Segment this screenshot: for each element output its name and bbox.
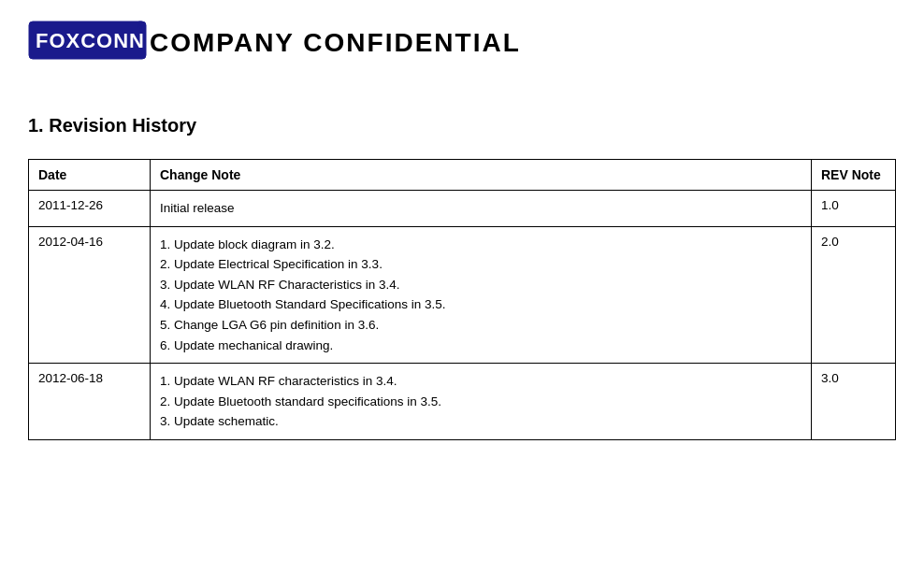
cell-change: Initial release [151,191,812,227]
col-header-rev: REV Note [812,160,896,191]
main-content: 1. Revision History Date Change Note REV… [0,78,924,459]
header-title: COMPANY CONFIDENTIAL [150,28,521,58]
table-row: 2011-12-26Initial release1.0 [29,191,896,227]
foxconn-logo: FOXCONN ® [28,17,150,68]
revision-history-table: Date Change Note REV Note 2011-12-26Init… [28,159,896,440]
cell-rev: 1.0 [812,191,896,227]
table-row: 2012-06-181. Update WLAN RF characterist… [29,364,896,440]
col-header-date: Date [29,160,151,191]
page-header: FOXCONN ® COMPANY CONFIDENTIAL [0,0,924,78]
col-header-change: Change Note [151,160,812,191]
cell-date: 2012-06-18 [29,364,151,440]
table-header-row: Date Change Note REV Note [29,160,896,191]
cell-change: 1. Update block diagram in 3.2.2. Update… [151,226,812,364]
cell-date: 2011-12-26 [29,191,151,227]
section-title: 1. Revision History [28,115,896,136]
logo-container: FOXCONN ® [28,17,150,68]
svg-text:FOXCONN: FOXCONN [36,29,145,52]
cell-rev: 2.0 [812,226,896,364]
table-row: 2012-04-161. Update block diagram in 3.2… [29,226,896,364]
cell-date: 2012-04-16 [29,226,151,364]
cell-rev: 3.0 [812,364,896,440]
cell-change: 1. Update WLAN RF characteristics in 3.4… [151,364,812,440]
svg-text:®: ® [137,23,143,30]
